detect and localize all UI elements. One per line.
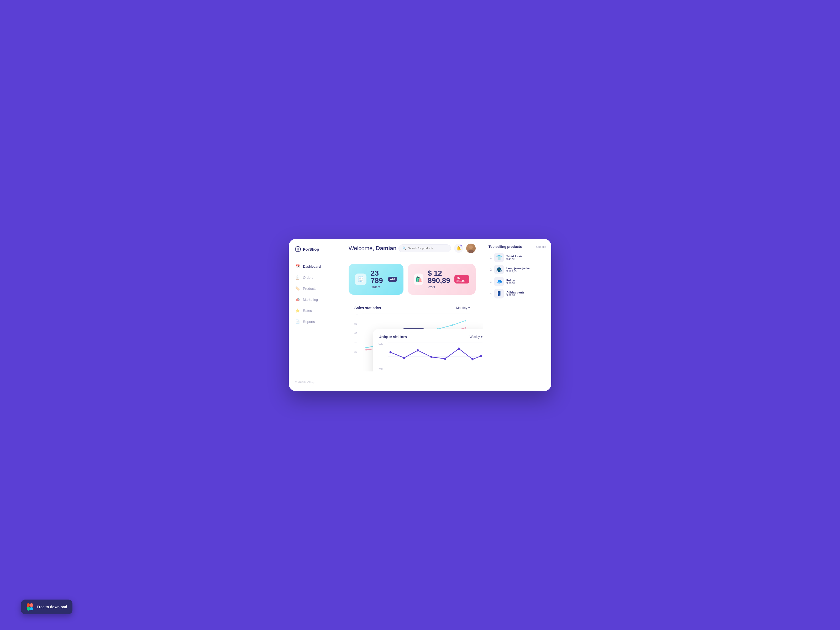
svg-point-32: [471, 358, 474, 360]
avatar[interactable]: [466, 243, 476, 253]
right-panel: Top selling products See all › 1 👕 Tshir…: [483, 239, 551, 391]
period-select[interactable]: Monthly ▾: [456, 306, 470, 310]
free-text: Free to download: [37, 605, 67, 609]
content-wrapper: Welcome, Damian 🔍 🔔: [341, 239, 551, 391]
profit-label: Profit: [428, 285, 450, 289]
sidebar-item-label: Marketing: [303, 298, 318, 302]
sidebar-item-products[interactable]: 🏷️ Products: [289, 284, 341, 294]
orders-icon: 📋: [295, 275, 300, 280]
sidebar-item-label: Reports: [303, 320, 315, 324]
sidebar-item-orders[interactable]: 📋 Orders: [289, 273, 341, 283]
search-icon: 🔍: [403, 246, 406, 250]
sidebar-item-marketing[interactable]: 📣 Marketing: [289, 295, 341, 305]
chart-header: Sales statistics Monthly ▾: [354, 306, 470, 310]
svg-point-13: [452, 324, 453, 326]
reports-icon: 📄: [295, 319, 300, 324]
profit-badge: +$ 840,00: [455, 275, 469, 284]
orders-card: 🧾 23 789 Orders +20: [349, 264, 403, 295]
product-item-4: 4 👖 Adidas pants $ 89,99: [488, 289, 546, 298]
free-badge: Free to download: [21, 600, 73, 614]
svg-point-28: [417, 349, 419, 351]
visitors-period-label: Weekly: [470, 335, 480, 339]
product-item-3: 3 🧢 Fullcap $ 20,99: [488, 277, 546, 286]
visitors-period-select[interactable]: Weekly ▾: [470, 335, 483, 339]
product-thumb: 🧥: [494, 265, 504, 274]
sidebar-item-reports[interactable]: 📄 Reports: [289, 317, 341, 327]
product-info: Long jeans jacket $ 129,99: [506, 267, 546, 273]
svg-point-26: [390, 351, 392, 353]
orders-card-icon: 🧾: [355, 273, 366, 285]
header-right: 🔍 🔔: [398, 243, 476, 253]
product-name: Long jeans jacket: [506, 267, 546, 270]
product-num: 1: [488, 256, 492, 259]
svg-point-14: [465, 320, 466, 321]
visitors-header: Unique visitors Weekly ▾: [379, 335, 483, 339]
products-icon: 🏷️: [295, 286, 300, 291]
main-card: ◎ ForShop 📅 Dashboard 📋 Orders 🏷️ Produc…: [289, 239, 551, 391]
svg-rect-35: [30, 603, 33, 607]
product-name: Fullcap: [506, 279, 546, 282]
product-info: Fullcap $ 20,99: [506, 279, 546, 285]
svg-point-22: [465, 327, 466, 328]
svg-point-33: [480, 355, 482, 357]
visitors-chart: 50K 25K: [379, 343, 483, 371]
sidebar-item-label: Rates: [303, 309, 312, 313]
product-price: $ 89,99: [506, 294, 546, 297]
product-price: $ 49,99: [506, 258, 546, 261]
svg-rect-34: [27, 603, 30, 607]
svg-point-29: [431, 356, 433, 358]
product-num: 4: [488, 292, 492, 295]
orders-label: Orders: [371, 285, 384, 289]
orders-badge: +20: [388, 277, 397, 282]
sidebar-item-label: Dashboard: [303, 265, 321, 268]
app-name: ForShop: [303, 247, 319, 251]
svg-point-7: [365, 347, 367, 349]
chevron-down-icon: ▾: [481, 335, 483, 339]
svg-point-15: [365, 349, 367, 351]
chart-title: Sales statistics: [354, 306, 381, 310]
header: Welcome, Damian 🔍 🔔: [341, 239, 483, 258]
product-list: 1 👕 Tshirt Levis $ 49,99 2 🧥 Long jeans …: [488, 253, 546, 298]
stat-cards: 🧾 23 789 Orders +20 🛍️ $ 12 890,89 Profi…: [349, 264, 476, 295]
notification-button[interactable]: 🔔: [454, 244, 463, 253]
search-bar[interactable]: 🔍: [398, 245, 451, 252]
welcome-text: Welcome, Damian: [349, 245, 396, 252]
product-info: Adidas pants $ 89,99: [506, 291, 546, 297]
sidebar-item-label: Products: [303, 287, 316, 291]
notification-dot: [460, 245, 462, 247]
sidebar-item-dashboard[interactable]: 📅 Dashboard: [289, 261, 341, 272]
sidebar-nav: 📅 Dashboard 📋 Orders 🏷️ Products 📣 Marke…: [289, 261, 341, 381]
product-price: $ 129,99: [506, 270, 546, 273]
svg-point-31: [458, 347, 460, 350]
svg-point-0: [469, 245, 473, 249]
top-selling-title: Top selling products: [488, 245, 522, 249]
rates-icon: ⭐: [295, 308, 300, 313]
svg-point-27: [403, 357, 405, 359]
sidebar-item-label: Orders: [303, 276, 313, 279]
svg-point-37: [30, 607, 33, 610]
svg-rect-38: [27, 607, 30, 611]
orders-number: 23 789: [371, 270, 384, 284]
center-area: Welcome, Damian 🔍 🔔: [341, 239, 483, 391]
body-area: 🧾 23 789 Orders +20 🛍️ $ 12 890,89 Profi…: [341, 258, 483, 371]
logo-icon: ◎: [295, 246, 301, 252]
visitors-y-labels: 50K 25K: [379, 343, 387, 370]
profit-card: 🛍️ $ 12 890,89 Profit +$ 840,00: [408, 264, 476, 295]
product-thumb: 👕: [494, 253, 504, 262]
product-thumb: 🧢: [494, 277, 504, 286]
product-item-1: 1 👕 Tshirt Levis $ 49,99: [488, 253, 546, 262]
search-input[interactable]: [408, 247, 447, 250]
profit-card-icon: 🛍️: [414, 273, 424, 285]
sidebar-item-rates[interactable]: ⭐ Rates: [289, 306, 341, 316]
visitors-svg-area: [388, 343, 483, 370]
product-price: $ 20,99: [506, 282, 546, 285]
see-all-button[interactable]: See all ›: [536, 245, 546, 248]
chart-y-labels: 100 80 60 40 20: [354, 313, 361, 353]
top-selling-header: Top selling products See all ›: [488, 245, 546, 249]
orders-info: 23 789 Orders: [371, 270, 384, 289]
chevron-right-icon: ›: [545, 245, 546, 248]
product-info: Tshirt Levis $ 49,99: [506, 255, 546, 261]
chevron-down-icon: ▾: [468, 306, 470, 310]
visitors-card: Unique visitors Weekly ▾ 50K 25K: [373, 329, 483, 371]
sidebar-footer: © 2020 ForShop: [289, 381, 341, 384]
